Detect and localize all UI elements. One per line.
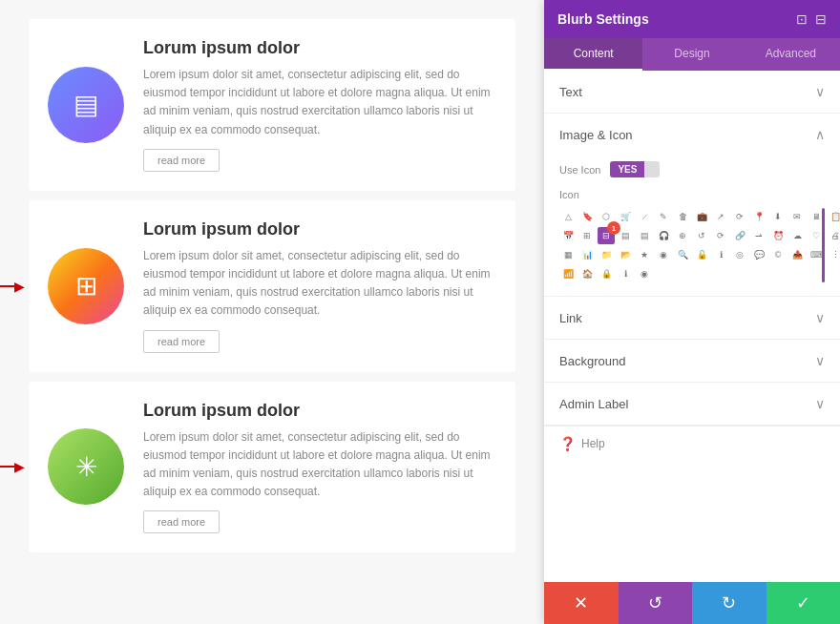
link-section-header[interactable]: Link ∨ — [544, 297, 840, 339]
text-chevron-icon: ∨ — [815, 84, 825, 99]
blurb-content-1: Lorum ipsum dolorLorem ipsum dolor sit a… — [143, 38, 496, 172]
settings-footer: ❓ Help — [544, 426, 840, 461]
icon-cell-38[interactable]: ℹ — [712, 246, 729, 263]
header-icons: ⊡ ⊟ — [796, 11, 827, 27]
circle-icon-1: ▤ — [48, 67, 124, 143]
icon-cell-42[interactable]: 📤 — [788, 246, 806, 263]
icon-grid-label: Icon — [559, 189, 825, 200]
reset-button[interactable]: ↺ — [619, 582, 693, 624]
read-more-button-3[interactable]: read more — [143, 510, 220, 533]
image-icon-section: Image & Icon ∧ Use Icon YES Icon △🔖⬡🛒⟋✎🗑… — [544, 114, 840, 297]
icon-cell-27[interactable]: ☁ — [788, 227, 806, 244]
blurb-content-3: Lorum ipsum dolorLorem ipsum dolor sit a… — [143, 401, 496, 534]
cancel-button[interactable]: ✕ — [544, 582, 619, 624]
icon-cell-22[interactable]: ↺ — [693, 227, 710, 244]
blurb-text-3: Lorem ipsum dolor sit amet, consectetur … — [143, 428, 496, 502]
arrow-indicator — [0, 279, 25, 294]
minimize-icon[interactable]: ⊡ — [796, 11, 808, 27]
icon-cell-5[interactable]: ✎ — [655, 208, 672, 225]
icon-cell-29[interactable]: 🖨 — [827, 227, 840, 244]
blurb-content-2: Lorum ipsum dolorLorem ipsum dolor sit a… — [143, 219, 496, 353]
icon-cell-9[interactable]: ⟳ — [731, 208, 748, 225]
icon-cell-6[interactable]: 🗑 — [674, 208, 691, 225]
tab-content[interactable]: Content — [544, 38, 642, 71]
text-section-label: Text — [559, 85, 582, 99]
blurb-title-3: Lorum ipsum dolor — [143, 401, 496, 421]
icon-cell-23[interactable]: ⟳ — [712, 227, 729, 244]
read-more-button-2[interactable]: read more — [143, 330, 220, 353]
icon-cell-40[interactable]: 💬 — [750, 246, 767, 263]
icon-cell-1[interactable]: 🔖 — [578, 208, 596, 225]
icon-cell-36[interactable]: 🔍 — [674, 246, 691, 263]
icon-cell-20[interactable]: 🎧 — [655, 227, 672, 244]
icon-cell-24[interactable]: 🔗 — [731, 227, 748, 244]
icon-cell-32[interactable]: 📁 — [598, 246, 615, 263]
help-text: Help — [581, 437, 605, 450]
redo-button[interactable]: ↻ — [692, 582, 766, 624]
icon-cell-21[interactable]: ⊕ — [674, 227, 691, 244]
arrow-indicator — [0, 459, 25, 474]
icon-cell-39[interactable]: ◎ — [731, 246, 748, 263]
icon-cell-31[interactable]: 📊 — [578, 246, 596, 263]
blurb-text-1: Lorem ipsum dolor sit amet, consectetur … — [143, 66, 496, 139]
admin-label-chevron-icon: ∨ — [815, 396, 825, 411]
icon-grid: △🔖⬡🛒⟋✎🗑💼↗⟳📍⬇✉🖥📋📅⊞⊟1▤▤🎧⊕↺⟳🔗⇀⏰☁♡🖨▦📊📁📂★◉🔍🔓ℹ… — [559, 208, 825, 282]
icon-cell-19[interactable]: ▤ — [636, 227, 653, 244]
tab-design[interactable]: Design — [642, 38, 741, 71]
toggle-no[interactable] — [644, 161, 660, 177]
settings-body: Text ∨ Image & Icon ∧ Use Icon YES Icon — [544, 71, 840, 582]
image-icon-content: Use Icon YES Icon △🔖⬡🛒⟋✎🗑💼↗⟳📍⬇✉🖥📋📅⊞⊟1▤▤🎧… — [544, 156, 840, 296]
text-section-header[interactable]: Text ∨ — [544, 71, 840, 113]
close-icon[interactable]: ⊟ — [815, 11, 827, 27]
link-section: Link ∨ — [544, 297, 840, 340]
admin-label-section-label: Admin Label — [559, 397, 628, 411]
icon-cell-12[interactable]: ✉ — [788, 208, 806, 225]
background-section-header[interactable]: Background ∨ — [544, 340, 840, 382]
icon-cell-25[interactable]: ⇀ — [750, 227, 767, 244]
icon-cell-35[interactable]: ◉ — [655, 246, 672, 263]
link-section-label: Link — [559, 311, 582, 325]
read-more-button-1[interactable]: read more — [143, 149, 220, 172]
admin-label-section-header[interactable]: Admin Label ∨ — [544, 383, 840, 425]
background-section: Background ∨ — [544, 340, 840, 383]
icon-cell-7[interactable]: 💼 — [693, 208, 710, 225]
toggle-yes[interactable]: YES — [610, 161, 644, 177]
icon-cell-47[interactable]: 🔒 — [598, 265, 615, 282]
icon-cell-17[interactable]: ⊟1 — [598, 227, 615, 244]
image-icon-section-label: Image & Icon — [559, 128, 633, 142]
settings-tabs: Content Design Advanced — [544, 38, 840, 71]
tab-advanced[interactable]: Advanced — [742, 38, 840, 71]
settings-title: Blurb Settings — [557, 11, 649, 27]
icon-cell-4[interactable]: ⟋ — [636, 208, 653, 225]
settings-header: Blurb Settings ⊡ ⊟ — [544, 0, 840, 38]
icon-cell-37[interactable]: 🔓 — [693, 246, 710, 263]
admin-label-section: Admin Label ∨ — [544, 383, 840, 426]
text-section: Text ∨ — [544, 71, 840, 114]
icon-cell-14[interactable]: 📋 — [827, 208, 840, 225]
icon-cell-45[interactable]: 📶 — [559, 265, 577, 282]
icon-cell-10[interactable]: 📍 — [750, 208, 767, 225]
use-icon-label: Use Icon — [559, 164, 600, 176]
use-icon-toggle[interactable]: YES — [610, 161, 660, 177]
icon-cell-16[interactable]: ⊞ — [578, 227, 596, 244]
blurb-title-1: Lorum ipsum dolor — [143, 38, 496, 58]
icon-cell-48[interactable]: ℹ — [617, 265, 634, 282]
icon-cell-26[interactable]: ⏰ — [769, 227, 787, 244]
icon-cell-49[interactable]: ◉ — [636, 265, 653, 282]
image-icon-chevron-icon: ∧ — [815, 127, 825, 142]
icon-cell-3[interactable]: 🛒 — [617, 208, 634, 225]
icon-cell-41[interactable]: © — [769, 246, 787, 263]
icon-cell-30[interactable]: ▦ — [559, 246, 577, 263]
icon-cell-0[interactable]: △ — [559, 208, 577, 225]
icon-cell-11[interactable]: ⬇ — [769, 208, 787, 225]
link-chevron-icon: ∨ — [815, 310, 825, 325]
icon-cell-34[interactable]: ★ — [636, 246, 653, 263]
image-icon-section-header[interactable]: Image & Icon ∧ — [544, 114, 840, 156]
save-button[interactable]: ✓ — [766, 582, 841, 624]
icon-cell-15[interactable]: 📅 — [559, 227, 577, 244]
icon-cell-44[interactable]: ⋮ — [827, 246, 840, 263]
icon-cell-8[interactable]: ↗ — [712, 208, 729, 225]
icon-cell-46[interactable]: 🏠 — [578, 265, 596, 282]
background-chevron-icon: ∨ — [815, 353, 825, 368]
icon-cell-33[interactable]: 📂 — [617, 246, 634, 263]
